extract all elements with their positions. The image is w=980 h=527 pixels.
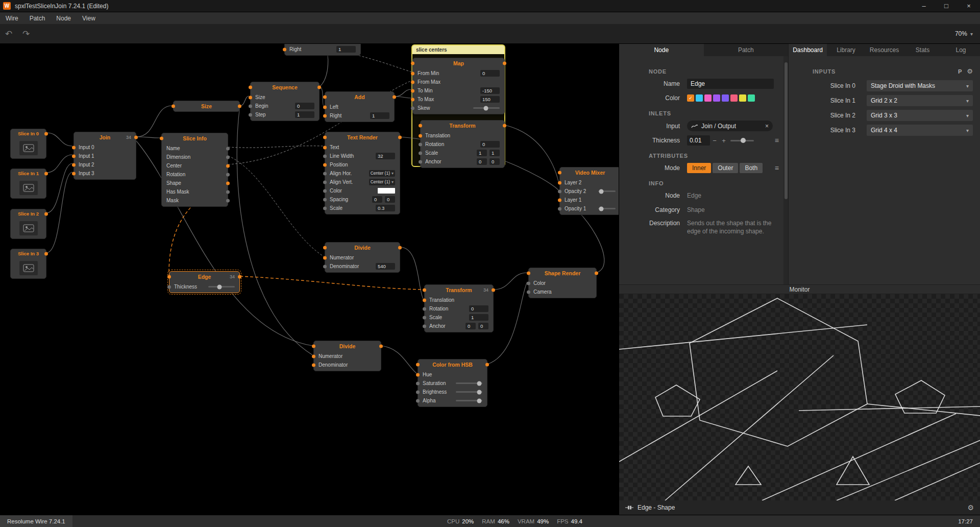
input-port[interactable]: [419, 151, 422, 155]
node-join[interactable]: Join34 Input 0 Input 1 Input 2 Input 3: [74, 132, 136, 180]
gear-icon[interactable]: ⚙: [967, 504, 974, 512]
output-port[interactable]: [317, 86, 321, 89]
input-port[interactable]: [416, 363, 420, 367]
input-port[interactable]: [323, 105, 327, 109]
undo-icon[interactable]: ↶: [0, 29, 17, 39]
gear-icon[interactable]: ⚙: [967, 67, 973, 75]
output-port[interactable]: [595, 272, 598, 275]
node-divide-1[interactable]: Divide Numerator Denominator540: [325, 242, 400, 273]
value-field[interactable]: 1: [295, 111, 314, 118]
value-field[interactable]: 0: [489, 158, 500, 165]
input-port[interactable]: [416, 373, 420, 376]
tab-node[interactable]: Node: [619, 44, 704, 56]
output-port[interactable]: [503, 124, 506, 128]
value-field[interactable]: 0: [385, 196, 395, 203]
input-port[interactable]: [323, 146, 327, 149]
output-port[interactable]: [226, 199, 230, 202]
input-port[interactable]: [411, 106, 414, 110]
input-port[interactable]: [558, 181, 561, 184]
input-port[interactable]: [527, 290, 530, 294]
wire[interactable]: [400, 247, 423, 299]
mode-option-both[interactable]: Both: [740, 163, 763, 173]
value-field[interactable]: 1: [469, 314, 488, 321]
value-field[interactable]: 0: [477, 158, 487, 165]
input-port[interactable]: [323, 246, 327, 250]
tab-log[interactable]: Log: [942, 44, 980, 56]
input-port[interactable]: [527, 272, 530, 275]
value-field[interactable]: 0: [478, 323, 488, 329]
wire[interactable]: [46, 172, 72, 253]
input-port[interactable]: [323, 114, 327, 117]
output-port[interactable]: [238, 275, 241, 279]
input-connection-pill[interactable]: Join / Output ×: [687, 121, 773, 131]
menu-wire[interactable]: Wire: [0, 12, 24, 24]
value-field[interactable]: -150: [480, 87, 500, 94]
wire[interactable]: [381, 346, 416, 373]
wire[interactable]: [494, 273, 527, 290]
output-port[interactable]: [226, 147, 230, 150]
output-port[interactable]: [379, 345, 383, 348]
wire[interactable]: [46, 133, 72, 146]
input-port[interactable]: [72, 146, 76, 149]
color-swatch[interactable]: [730, 94, 738, 102]
tab-library[interactable]: Library: [827, 44, 865, 56]
input-port[interactable]: [558, 198, 561, 202]
slice-thumbnail[interactable]: [19, 261, 38, 275]
menu-patch[interactable]: Patch: [24, 12, 51, 24]
input-port[interactable]: [167, 275, 171, 279]
opacity-slider[interactable]: [598, 190, 616, 192]
input-port[interactable]: [312, 363, 315, 367]
input-port[interactable]: [423, 307, 426, 310]
slice-thumbnail[interactable]: [19, 181, 38, 195]
tab-dashboard[interactable]: Dashboard: [789, 44, 827, 56]
node-canvas[interactable]: slice centers Right 1 Slice In 0 Slice I…: [0, 44, 619, 515]
node-size[interactable]: Size: [173, 101, 240, 112]
node-slice-info[interactable]: Slice Info Name Dimension Center Rotatio…: [161, 133, 228, 207]
value-field[interactable]: 32: [376, 153, 395, 159]
input-port[interactable]: [72, 154, 76, 158]
input-port[interactable]: [72, 163, 76, 166]
tab-patch[interactable]: Patch: [704, 44, 789, 56]
slice-in-0-select[interactable]: Stage Droid with Masks▾: [867, 80, 973, 91]
input-port[interactable]: [323, 180, 327, 184]
node-slice-in-3[interactable]: Slice In 3: [10, 249, 46, 279]
input-port[interactable]: [558, 207, 561, 210]
input-port[interactable]: [423, 298, 426, 302]
wire-dashed[interactable]: [228, 146, 324, 148]
node-add[interactable]: Add Left Right1: [325, 91, 395, 122]
skew-slider[interactable]: [473, 107, 500, 109]
color-swatch[interactable]: [722, 94, 729, 102]
value-field[interactable]: 1: [477, 150, 487, 156]
color-swatch[interactable]: [704, 94, 712, 102]
input-port[interactable]: [423, 289, 426, 292]
node-transform-group[interactable]: Transform Translation Rotation0 Scale11 …: [420, 120, 505, 168]
output-port[interactable]: [226, 155, 230, 159]
input-port[interactable]: [323, 189, 327, 193]
wire-dashed[interactable]: [228, 156, 324, 256]
input-port[interactable]: [423, 324, 426, 328]
value-field[interactable]: 1: [336, 46, 356, 53]
value-field[interactable]: 0: [465, 323, 476, 329]
output-port[interactable]: [398, 246, 402, 250]
wire-loop-orange[interactable]: [240, 276, 423, 290]
output-port[interactable]: [492, 289, 495, 292]
redo-icon[interactable]: ↷: [17, 29, 35, 39]
node-text-render[interactable]: Text Render Text Line Width32 Position A…: [325, 132, 400, 214]
color-swatch[interactable]: [748, 94, 755, 102]
slice-thumbnail[interactable]: [19, 141, 38, 155]
node-slice-in-1[interactable]: Slice In 1: [10, 169, 46, 199]
input-port[interactable]: [411, 80, 414, 84]
value-field[interactable]: 1: [489, 150, 500, 156]
value-field[interactable]: 0: [469, 305, 488, 312]
tab-stats[interactable]: Stats: [903, 44, 942, 56]
slice-in-3-select[interactable]: Grid 4 x 4▾: [867, 125, 973, 136]
output-port[interactable]: [44, 172, 48, 175]
input-port[interactable]: [416, 390, 420, 394]
input-port[interactable]: [411, 71, 414, 75]
input-port[interactable]: [160, 137, 163, 140]
output-port[interactable]: [44, 132, 48, 135]
node-sequence[interactable]: Sequence Size Begin0 Step1: [250, 82, 320, 121]
minimize-button[interactable]: –: [913, 0, 935, 12]
input-port[interactable]: [416, 399, 420, 402]
input-port[interactable]: [558, 171, 561, 175]
